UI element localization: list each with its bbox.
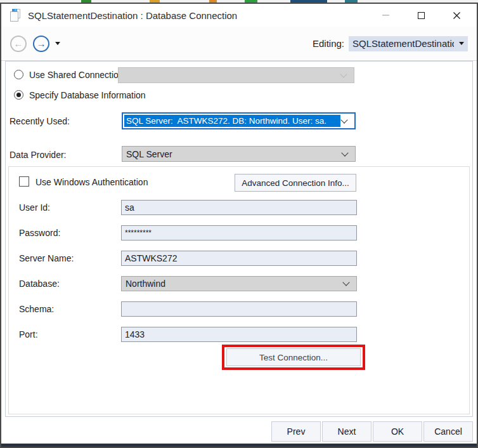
- server-name-field[interactable]: ASTWKS272: [121, 251, 357, 266]
- ok-button-label: OK: [391, 426, 404, 437]
- editing-dropdown[interactable]: SQLStatementDestination: [349, 36, 468, 51]
- password-label: Password:: [19, 228, 60, 238]
- chevron-down-icon: [340, 70, 347, 77]
- server-name-label: Server Name:: [19, 253, 74, 263]
- advanced-connection-info-label: Advanced Connection Info...: [242, 178, 349, 188]
- user-id-field[interactable]: sa: [121, 200, 357, 215]
- chevron-down-icon: [341, 149, 348, 156]
- editing-label: Editing:: [313, 38, 344, 49]
- port-value: 1433: [125, 329, 145, 339]
- database-combobox[interactable]: Northwind: [121, 276, 357, 291]
- footer-button-bar: Prev Next OK Cancel: [270, 421, 473, 442]
- next-button-label: Next: [338, 426, 356, 437]
- port-label: Port:: [19, 329, 38, 339]
- use-windows-authentication-checkbox[interactable]: [19, 176, 29, 187]
- server-name-value: ASTWKS272: [125, 253, 177, 263]
- data-provider-value: SQL Server: [122, 149, 342, 159]
- password-value: *********: [125, 228, 152, 237]
- prev-button[interactable]: Prev: [271, 421, 321, 442]
- connection-panel: Use Shared Connection Specify Database I…: [5, 61, 473, 417]
- forward-history-caret-icon[interactable]: [55, 42, 60, 45]
- recently-used-selected-value: SQL Server: ASTWKS272. DB: Northwind. Us…: [124, 115, 340, 127]
- minimize-button[interactable]: [368, 4, 403, 27]
- close-icon: [453, 11, 461, 20]
- recently-used-combobox[interactable]: SQL Server: ASTWKS272. DB: Northwind. Us…: [122, 112, 356, 129]
- recently-used-label: Recently Used:: [10, 116, 70, 126]
- next-button[interactable]: Next: [322, 421, 371, 442]
- maximize-button[interactable]: [403, 4, 439, 27]
- data-provider-combobox[interactable]: SQL Server: [122, 146, 356, 162]
- database-connection-dialog: SQLStatementDestination : Database Conne…: [0, 3, 478, 448]
- database-value: Northwind: [122, 279, 344, 289]
- user-id-label: User Id:: [19, 202, 50, 213]
- window-bottom-edge: [1, 444, 477, 447]
- schema-label: Schema:: [19, 304, 54, 314]
- use-shared-connection-radio[interactable]: [14, 70, 23, 79]
- cancel-button-label: Cancel: [434, 426, 462, 437]
- back-button[interactable]: ←: [10, 36, 27, 52]
- use-shared-connection-label: Use Shared Connection: [29, 70, 124, 80]
- window-title: SQLStatementDestination : Database Conne…: [28, 10, 237, 21]
- database-details-groupbox: Use Windows Authentication Advanced Conn…: [8, 166, 470, 414]
- prev-button-label: Prev: [287, 426, 306, 437]
- user-id-value: sa: [125, 202, 134, 213]
- navigation-bar: ← → Editing: SQLStatementDestination: [1, 27, 477, 60]
- forward-button[interactable]: →: [33, 36, 49, 52]
- window-document-icon: [9, 8, 22, 22]
- advanced-connection-info-button[interactable]: Advanced Connection Info...: [235, 174, 356, 192]
- editing-selector: Editing: SQLStatementDestination: [313, 36, 468, 51]
- use-windows-authentication-label: Use Windows Authentication: [36, 177, 148, 187]
- cancel-button[interactable]: Cancel: [423, 421, 473, 442]
- window-controls: [368, 4, 474, 27]
- screen: SQLStatementDestination : Database Conne…: [0, 0, 478, 448]
- title-bar: SQLStatementDestination : Database Conne…: [1, 4, 477, 27]
- database-label: Database:: [19, 279, 60, 289]
- ok-button[interactable]: OK: [373, 421, 422, 442]
- chevron-down-icon: [340, 116, 347, 123]
- test-connection-button[interactable]: Test Connection...: [226, 348, 361, 366]
- chevron-down-icon: [342, 279, 349, 286]
- schema-field[interactable]: [121, 301, 357, 317]
- shared-connection-combobox: [118, 67, 354, 83]
- editing-dropdown-value: SQLStatementDestination: [352, 38, 454, 49]
- annotation-highlight-rectangle: Test Connection...: [222, 345, 365, 370]
- data-provider-label: Data Provider:: [10, 150, 66, 160]
- test-connection-label: Test Connection...: [259, 353, 328, 362]
- specify-database-information-radio[interactable]: [14, 90, 23, 100]
- chevron-down-icon: [459, 42, 464, 45]
- password-field[interactable]: *********: [121, 225, 357, 240]
- port-field[interactable]: 1433: [121, 327, 357, 342]
- close-button[interactable]: [439, 4, 474, 27]
- minimize-icon: [382, 15, 389, 16]
- maximize-icon: [418, 12, 425, 19]
- specify-database-information-label: Specify Database Information: [29, 90, 146, 100]
